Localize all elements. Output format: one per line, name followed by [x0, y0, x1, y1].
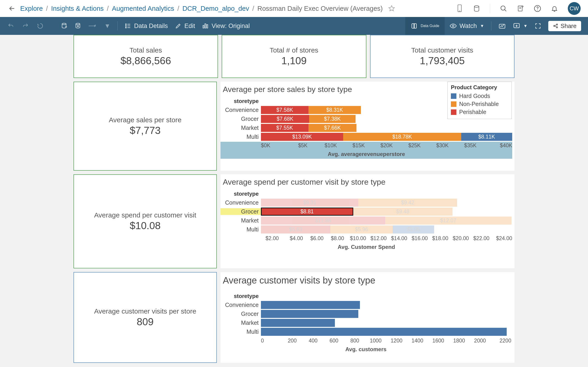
bar-segment-perishable[interactable]: $11.86 — [261, 217, 385, 225]
kpi-card-total-sales[interactable]: Total sales $8,866,566 — [73, 35, 218, 78]
kpi-card-avg-spend-per-visit[interactable]: Average spend per customer visit $10.08 — [73, 174, 217, 268]
user-avatar[interactable]: CW — [568, 2, 581, 15]
redo-button[interactable] — [22, 23, 29, 29]
svg-point-24 — [452, 25, 454, 27]
bar-segment-nonperishable[interactable]: $12.07 — [385, 217, 511, 225]
notifications-icon[interactable] — [551, 5, 558, 12]
bar-row[interactable]: Multi $13.09K $18.78K $8.11K — [221, 132, 512, 141]
share-button[interactable]: Share — [548, 21, 581, 31]
chart-panel-avg-spend: Average spend per customer visit by stor… — [221, 174, 515, 268]
bar-segment-perishable[interactable]: $13.09K — [261, 133, 343, 141]
download-icon[interactable]: ▼ — [513, 22, 527, 30]
kpi-title: Average customer visits per store — [94, 307, 196, 315]
kpi-value: 1,109 — [281, 55, 307, 67]
bar-segment-nonperishable[interactable]: $5.96 — [330, 225, 393, 234]
edit-label: Edit — [184, 23, 195, 30]
breadcrumb-link[interactable]: DCR_Demo_alpo_dev — [182, 5, 249, 12]
svg-rect-0 — [458, 5, 461, 12]
edit-button[interactable]: Edit — [175, 23, 195, 30]
bar-segment-perishable[interactable]: $9.31 — [261, 199, 358, 207]
svg-point-15 — [125, 24, 126, 25]
bar-row[interactable]: Convenience — [221, 300, 511, 309]
bar-segment[interactable] — [261, 319, 335, 327]
bar-segment-nonperishable[interactable]: $18.78K — [343, 133, 461, 141]
row-label: Grocer — [221, 116, 261, 122]
bar-segment-hardgoods[interactable]: $8.11K — [461, 133, 512, 141]
kpi-card-avg-sales-per-store[interactable]: Average sales per store $7,773 — [73, 82, 217, 171]
search-icon[interactable] — [500, 5, 507, 12]
undo-button[interactable] — [7, 23, 15, 29]
svg-point-17 — [125, 27, 126, 28]
new-item-icon[interactable] — [517, 5, 524, 12]
kpi-card-customer-visits[interactable]: Total customer visits 1,793,405 — [370, 35, 515, 78]
bar-segment-nonperishable[interactable]: $9.42 — [358, 199, 457, 207]
kpi-title: Total sales — [130, 46, 162, 54]
svg-point-2 — [474, 6, 479, 8]
bar-row-highlighted[interactable]: Grocer $8.81 $9.48 — [221, 207, 512, 216]
bar-segment-perishable[interactable]: $7.58K — [261, 106, 309, 114]
row-header: storetype — [221, 98, 261, 104]
favorite-star-icon[interactable] — [388, 5, 395, 12]
bar-row[interactable]: Grocer $7.68K $7.38K — [221, 115, 512, 123]
row-label: Multi — [221, 328, 261, 335]
svg-line-31 — [555, 26, 556, 27]
replay-menu-caret-icon[interactable]: ▼ — [104, 23, 111, 30]
breadcrumb-link[interactable]: Explore — [20, 5, 43, 12]
revert-button[interactable] — [36, 23, 44, 29]
kpi-card-avg-visits-per-store[interactable]: Average customer visits per store 809 — [73, 272, 217, 363]
view-selector[interactable]: View: Original — [202, 23, 250, 30]
bar-segment-perishable[interactable]: $7.68K — [261, 115, 309, 123]
bar-segment[interactable] — [261, 310, 358, 318]
bar-row[interactable]: Market — [221, 318, 511, 327]
bar-segment-perishable[interactable]: $7.55K — [261, 124, 309, 132]
svg-point-3 — [501, 6, 505, 10]
back-arrow-icon[interactable] — [7, 4, 17, 13]
refresh-data-icon[interactable] — [61, 22, 68, 30]
kpi-value: $8,866,566 — [121, 55, 171, 67]
legend-title: Product Category — [451, 84, 508, 91]
chart-body[interactable]: storetype Convenience Grocer Market — [221, 292, 515, 355]
kpi-value: $10.08 — [130, 220, 161, 232]
dashboard-canvas: Total sales $8,866,566 Total # of stores… — [0, 35, 588, 367]
bar-row[interactable]: Market $11.86 $12.07 — [221, 216, 512, 225]
section-avg-spend-per-visit: Average spend per customer visit $10.08 … — [73, 174, 515, 268]
fullscreen-icon[interactable] — [535, 23, 541, 29]
row-label: Multi — [221, 226, 261, 233]
datasource-icon[interactable] — [473, 5, 480, 12]
kpi-top-row: Total sales $8,866,566 Total # of stores… — [73, 35, 515, 78]
bar-row[interactable]: Multi $6.63 $5.96 $3.95 — [221, 225, 512, 234]
breadcrumb-link[interactable]: Augmented Analytics — [112, 5, 174, 12]
bar-row[interactable]: Convenience $7.58K $8.31K — [221, 106, 512, 115]
device-preview-icon[interactable] — [456, 5, 463, 12]
watch-button[interactable]: Watch▼ — [450, 23, 484, 30]
svg-line-4 — [505, 10, 506, 11]
breadcrumb-link[interactable]: Insights & Actions — [51, 5, 104, 12]
chart-body[interactable]: storetype Convenience $7.58K $8.31K Groc… — [221, 97, 515, 159]
help-icon[interactable] — [534, 5, 541, 12]
bar-segment[interactable] — [261, 301, 360, 309]
pause-data-icon[interactable] — [74, 22, 81, 30]
x-axis-ticks: $2.00$4.00$6.00$8.00$10.00$12.00$14.00$1… — [261, 234, 512, 242]
bar-segment-perishable-selected[interactable]: $8.81 — [261, 208, 353, 216]
kpi-title: Average sales per store — [109, 116, 182, 124]
metrics-icon[interactable] — [498, 23, 506, 29]
x-axis-ticks: 0200400600800100012001400160018002000220… — [261, 336, 511, 344]
bar-segment-nonperishable[interactable]: $7.66K — [309, 124, 357, 132]
bar-row[interactable]: Multi — [221, 327, 511, 336]
bar-segment-nonperishable[interactable]: $9.48 — [353, 208, 452, 216]
data-guide-button[interactable]: Data Guide — [405, 17, 445, 35]
bar-segment-hardgoods[interactable]: $3.95 — [393, 225, 434, 234]
bar-segment-nonperishable[interactable]: $7.38K — [309, 115, 355, 123]
bar-segment-perishable[interactable]: $6.63 — [261, 225, 330, 234]
chart-body[interactable]: storetype Convenience $9.31 $9.42 Grocer… — [221, 189, 515, 252]
data-details-button[interactable]: Data Details — [124, 23, 168, 30]
share-label: Share — [561, 23, 577, 30]
replay-icon[interactable] — [88, 24, 97, 28]
bar-row[interactable]: Grocer — [221, 309, 511, 318]
bar-segment-nonperishable[interactable]: $8.31K — [309, 106, 361, 114]
kpi-card-total-stores[interactable]: Total # of stores 1,109 — [222, 35, 366, 78]
bar-row[interactable]: Market $7.55K $7.66K — [221, 123, 512, 132]
bar-segment[interactable] — [261, 328, 507, 336]
x-axis-ticks: $0K$5K$10K$15K$20K$25K$30K$35K$40K — [261, 141, 512, 149]
bar-row[interactable]: Convenience $9.31 $9.42 — [221, 198, 512, 207]
